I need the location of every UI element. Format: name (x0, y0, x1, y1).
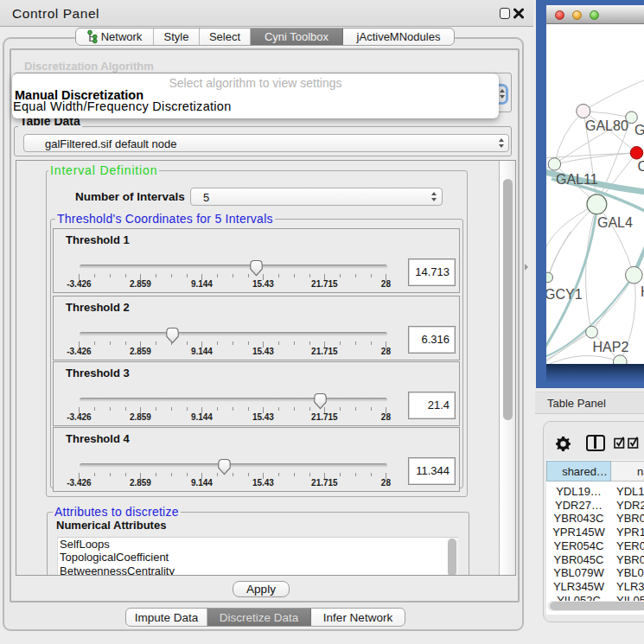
svg-text:GAL4: GAL4 (597, 215, 633, 230)
svg-text:HAP2: HAP2 (593, 340, 629, 354)
svg-text:GA: GA (634, 123, 644, 137)
svg-text:GAL11: GAL11 (556, 172, 598, 187)
svg-text:GAL80: GAL80 (585, 118, 628, 133)
svg-text:GCY1: GCY1 (546, 287, 583, 302)
svg-text:HA: HA (641, 284, 644, 299)
svg-text:C: C (638, 159, 644, 174)
